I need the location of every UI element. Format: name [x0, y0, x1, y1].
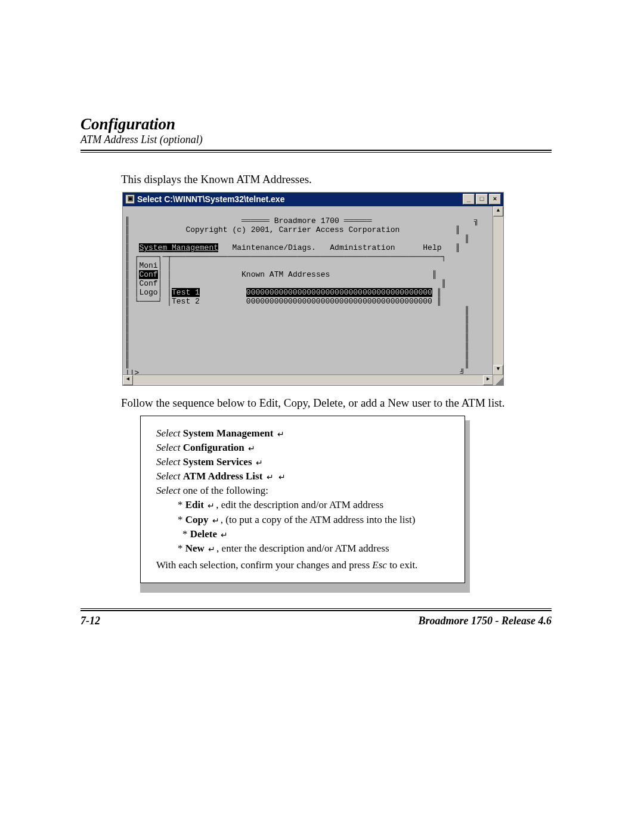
minimize-button[interactable]: _ [463, 194, 475, 205]
app-icon: ▣ [125, 194, 135, 204]
inst-opt-copy: * Copy ↵, (to put a copy of the ATM addr… [178, 513, 451, 527]
return-icon: ↵ [256, 457, 263, 468]
telnet-body: ║ ══════ Broadmore 1700 ══════ ╗ ║ Copyr… [122, 206, 504, 386]
instruction-box: Select System Management ↵ Select Config… [140, 416, 465, 583]
scroll-down-icon[interactable]: ▼ [493, 365, 503, 375]
menu-system-management[interactable]: System Management [139, 243, 218, 252]
resize-grip[interactable] [493, 374, 503, 385]
telnet-title-text: Select C:\WINNT\System32\telnet.exe [137, 194, 284, 204]
row-1-name[interactable]: Test 2 [172, 297, 200, 306]
banner-copyright: Copyright (c) 2001, Carrier Access Corpo… [185, 225, 400, 234]
row-0-name[interactable]: Test 1 [172, 288, 200, 297]
side-menu-conf2[interactable]: Conf [139, 279, 157, 288]
instruction-box-shadow: Select System Management ↵ Select Config… [140, 420, 470, 593]
follow-text: Follow the sequence below to Edit, Copy,… [121, 397, 552, 410]
scrollbar-horizontal[interactable]: ◄ ► [123, 374, 493, 385]
page-footer: 7-12 Broadmore 1750 - Release 4.6 [80, 608, 552, 627]
scroll-up-icon[interactable]: ▲ [493, 206, 503, 216]
row-0-addr: 0000000000000000000000000000000000000000 [246, 288, 432, 297]
return-icon: ↵ [212, 515, 219, 526]
menu-administration[interactable]: Administration [330, 243, 395, 252]
maximize-button[interactable]: □ [476, 194, 488, 205]
row-1-addr: 0000000000000000000000000000000000000000 [246, 297, 432, 306]
return-icon: ↵ [208, 500, 215, 511]
footer-page-number: 7-12 [80, 615, 100, 627]
term-rule-top2: ══════ ╗ [339, 216, 479, 225]
menu-maintenance-diags[interactable]: Maintenance/Diags. [232, 243, 315, 252]
scrollbar-vertical[interactable]: ▲ ▼ [493, 206, 503, 375]
panel-title: Known ATM Addresses [242, 270, 330, 279]
inst-step-3: Select System Services ↵ [156, 456, 451, 469]
inst-opt-edit: * Edit ↵, edit the description and/or AT… [178, 498, 451, 512]
return-icon: ↵ [267, 472, 274, 482]
intro-text: This displays the Known ATM Addresses. [121, 173, 552, 186]
inst-confirm: With each selection, confirm your change… [156, 559, 451, 572]
inst-step-4: Select ATM Address List ↵ ↵ [156, 470, 451, 483]
inst-opt-new: * New ↵, enter the description and/or AT… [178, 542, 451, 555]
footer-rule-thick [80, 610, 552, 611]
return-icon: ↵ [278, 472, 286, 482]
return-icon: ↵ [248, 443, 255, 454]
scroll-left-icon[interactable]: ◄ [123, 375, 133, 385]
header-rule-thin [80, 152, 552, 153]
terminal-content[interactable]: ║ ══════ Broadmore 1700 ══════ ╗ ║ Copyr… [123, 206, 493, 375]
page-title: Configuration [80, 116, 552, 132]
side-menu-moni[interactable]: Moni [139, 261, 157, 270]
page-subtitle: ATM Address List (optional) [80, 134, 552, 146]
term-rule-top: ║ ══════ [125, 216, 274, 225]
side-menu-conf[interactable]: Conf [139, 270, 157, 279]
return-icon: ↵ [208, 544, 215, 555]
footer-product: Broadmore 1750 - Release 4.6 [419, 615, 552, 627]
return-icon: ↵ [277, 429, 284, 439]
banner-product: Broadmore 1700 [274, 216, 339, 225]
header-rule-thick [80, 150, 552, 151]
footer-rule-thin [80, 608, 552, 609]
inst-step-2: Select Configuration ↵ [156, 441, 451, 454]
scroll-right-icon[interactable]: ► [483, 375, 493, 385]
menu-help[interactable]: Help [423, 243, 441, 252]
telnet-titlebar: ▣ Select C:\WINNT\System32\telnet.exe _ … [122, 192, 504, 206]
close-button[interactable]: × [489, 194, 501, 205]
inst-step-1: Select System Management ↵ [156, 427, 451, 440]
telnet-window: ▣ Select C:\WINNT\System32\telnet.exe _ … [122, 192, 504, 386]
side-menu-logo[interactable]: Logo [139, 288, 157, 297]
inst-step-5: Select one of the following: [156, 484, 451, 497]
return-icon: ↵ [221, 529, 228, 540]
inst-opt-delete: * Delete ↵ [182, 528, 451, 541]
